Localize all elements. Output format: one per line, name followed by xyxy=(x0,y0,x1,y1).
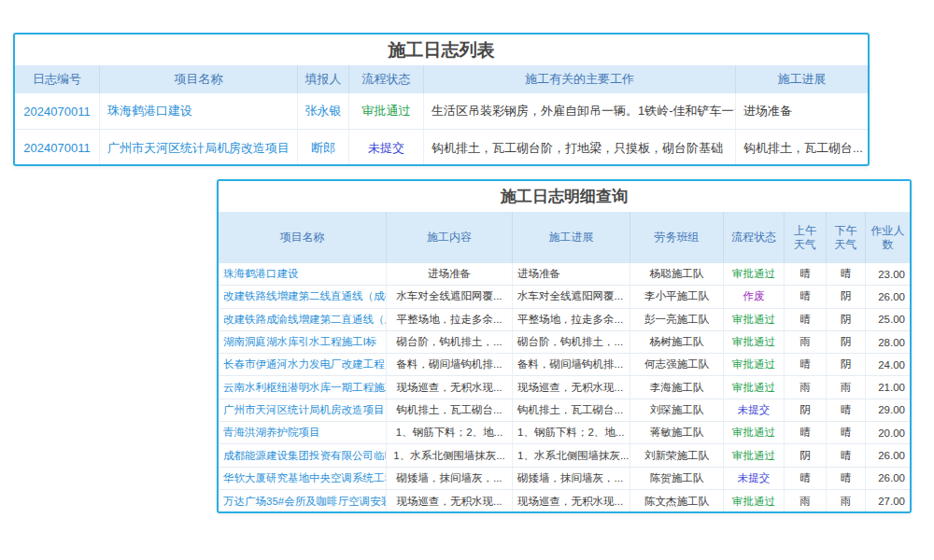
progress-text: 砌台阶，钩机排土，... xyxy=(513,331,630,354)
work-content-text: 砌矮墙，抹间墙灰，... xyxy=(387,468,513,490)
work-content-text: 现场巡查，无积水现... xyxy=(387,376,513,399)
log-detail-row: 万达广场35#会所及咖啡厅空调安装工现场巡查，无积水现...现场巡查，无积水现.… xyxy=(219,490,910,512)
progress-text: 1、水系北侧围墙抹灰... xyxy=(513,444,630,467)
labor-team-text: 何志强施工队 xyxy=(630,354,724,376)
worker-count-text: 25.00 xyxy=(866,309,910,331)
reporter-link[interactable]: 张永银 xyxy=(298,93,349,130)
project-name-link[interactable]: 珠海鹤港口建设 xyxy=(100,93,298,130)
log-detail-title: 施工日志明细查询 xyxy=(219,181,910,212)
am-weather-text: 晴 xyxy=(785,263,827,286)
column-header-worker-count: 作业人 数 xyxy=(866,212,910,263)
log-detail-row: 青海洪湖养护院项目1、钢筋下料；2、地...1、钢筋下料；2、地...蒋敏施工队… xyxy=(219,422,910,444)
am-weather-text: 雨 xyxy=(785,376,827,399)
log-list-panel: 施工日志列表 日志编号 项目名称 填报人 流程状态 施工有关的主要工作 施工进展… xyxy=(13,33,870,166)
log-list-row: 2024070011广州市天河区统计局机房改造项目断郎未提交钩机排土，瓦工砌台阶… xyxy=(15,130,868,166)
progress-text: 钩机排土，瓦工砌台... xyxy=(736,130,868,166)
column-header-flow-status: 流程状态 xyxy=(724,212,785,263)
log-detail-header-row: 项目名称 施工内容 施工进展 劳务班组 流程状态 上午 天气 下午 天气 作业人… xyxy=(219,212,910,263)
log-list-row: 2024070011珠海鹤港口建设张永银审批通过生活区吊装彩钢房，外雇自卸吊一辆… xyxy=(15,93,868,130)
work-content-text: 水车对全线遮阳网覆... xyxy=(387,286,513,308)
progress-text: 进场准备 xyxy=(513,263,630,286)
am-weather-text: 阴 xyxy=(785,399,827,422)
column-header-am-weather: 上午 天气 xyxy=(785,212,827,263)
flow-status-text: 作废 xyxy=(724,286,785,308)
pm-weather-text: 雨 xyxy=(827,376,866,399)
column-header-project-name: 项目名称 xyxy=(100,65,298,93)
progress-text: 1、钢筋下料；2、地... xyxy=(513,422,630,444)
log-list-body: 2024070011珠海鹤港口建设张永银审批通过生活区吊装彩钢房，外雇自卸吊一辆… xyxy=(15,93,868,166)
progress-text: 钩机排土，瓦工砌台... xyxy=(513,399,630,422)
labor-team-text: 李海施工队 xyxy=(630,376,724,399)
am-weather-text: 晴 xyxy=(785,309,827,331)
log-detail-row: 成都能源建设集团投资有限公司临时办1、水系北侧围墙抹灰...1、水系北侧围墙抹灰… xyxy=(219,444,910,467)
column-header-flow-status: 流程状态 xyxy=(349,65,424,93)
labor-team-text: 杨树施工队 xyxy=(630,331,724,354)
project-name-link[interactable]: 改建铁路成渝线增建第二直通线（成渝 xyxy=(219,309,387,331)
am-weather-text: 晴 xyxy=(785,354,827,376)
project-name-link[interactable]: 广州市天河区统计局机房改造项目 xyxy=(219,399,387,422)
log-detail-row: 湖南洞庭湖水库引水工程施工I标砌台阶，钩机排土，...砌台阶，钩机排土，...杨… xyxy=(219,331,910,354)
pm-weather-text: 晴 xyxy=(827,399,866,422)
worker-count-text: 21.00 xyxy=(866,376,910,399)
project-name-link[interactable]: 云南水利枢纽潜明水库一期工程施工I xyxy=(219,376,387,399)
labor-team-text: 刘新荣施工队 xyxy=(630,444,724,467)
flow-status-text: 审批通过 xyxy=(349,93,424,130)
column-header-main-work: 施工有关的主要工作 xyxy=(424,65,736,93)
worker-count-text: 26.00 xyxy=(866,444,910,467)
flow-status-text: 审批通过 xyxy=(724,376,785,399)
log-number-link[interactable]: 2024070011 xyxy=(15,93,100,130)
worker-count-text: 23.00 xyxy=(866,263,910,286)
log-detail-row: 改建铁路成渝线增建第二直通线（成渝平整场地，拉走多余...平整场地，拉走多余..… xyxy=(219,309,910,331)
pm-weather-text: 阴 xyxy=(827,309,866,331)
worker-count-text: 29.00 xyxy=(866,399,910,422)
log-detail-row: 长春市伊通河水力发电厂改建工程备料，砌间墙钩机排...备料，砌间墙钩机排...何… xyxy=(219,354,910,376)
labor-team-text: 陈贺施工队 xyxy=(630,468,724,490)
labor-team-text: 杨聪施工队 xyxy=(630,263,724,286)
progress-text: 平整场地，拉走多余... xyxy=(513,309,630,331)
progress-text: 现场巡查，无积水现... xyxy=(513,490,630,512)
am-weather-text: 雨 xyxy=(785,331,827,354)
work-content-text: 砌台阶，钩机排土，... xyxy=(387,331,513,354)
work-content-text: 进场准备 xyxy=(387,263,513,286)
main-work-text: 钩机排土，瓦工砌台阶，打地梁，只摸板，砌台阶基础 xyxy=(424,130,736,166)
am-weather-text: 雨 xyxy=(785,490,827,512)
progress-text: 备料，砌间墙钩机排... xyxy=(513,354,630,376)
reporter-link[interactable]: 断郎 xyxy=(298,130,349,166)
progress-text: 进场准备 xyxy=(736,93,868,130)
project-name-link[interactable]: 青海洪湖养护院项目 xyxy=(219,422,387,444)
project-name-link[interactable]: 广州市天河区统计局机房改造项目 xyxy=(100,130,298,166)
progress-text: 水车对全线遮阳网覆... xyxy=(513,286,630,308)
worker-count-text: 26.00 xyxy=(866,468,910,490)
worker-count-text: 24.00 xyxy=(866,354,910,376)
progress-text: 砌矮墙，抹间墙灰，... xyxy=(513,468,630,490)
column-header-pm-weather: 下午 天气 xyxy=(827,212,866,263)
project-name-link[interactable]: 成都能源建设集团投资有限公司临时办 xyxy=(219,444,387,467)
project-name-link[interactable]: 湖南洞庭湖水库引水工程施工I标 xyxy=(219,331,387,354)
project-name-link[interactable]: 长春市伊通河水力发电厂改建工程 xyxy=(219,354,387,376)
pm-weather-text: 雨 xyxy=(827,490,866,512)
work-content-text: 平整场地，拉走多余... xyxy=(387,309,513,331)
work-content-text: 备料，砌间墙钩机排... xyxy=(387,354,513,376)
pm-weather-text: 晴 xyxy=(827,468,866,490)
log-detail-panel: 施工日志明细查询 项目名称 施工内容 施工进展 劳务班组 流程状态 上午 天气 … xyxy=(217,179,912,513)
log-number-link[interactable]: 2024070011 xyxy=(15,130,100,166)
work-content-text: 现场巡查，无积水现... xyxy=(387,490,513,512)
log-detail-row: 广州市天河区统计局机房改造项目钩机排土，瓦工砌台...钩机排土，瓦工砌台...刘… xyxy=(219,399,910,422)
project-name-link[interactable]: 珠海鹤港口建设 xyxy=(219,263,387,286)
flow-status-text: 审批通过 xyxy=(724,263,785,286)
log-detail-body: 珠海鹤港口建设进场准备进场准备杨聪施工队审批通过晴晴23.00改建铁路线增建第二… xyxy=(219,263,910,512)
worker-count-text: 26.00 xyxy=(866,286,910,308)
am-weather-text: 晴 xyxy=(785,468,827,490)
flow-status-text: 未提交 xyxy=(724,468,785,490)
project-name-link[interactable]: 改建铁路线增建第二线直通线（成都- xyxy=(219,286,387,308)
pm-weather-text: 晴 xyxy=(827,422,866,444)
log-detail-row: 华软大厦研究基地中央空调系统工程砌矮墙，抹间墙灰，...砌矮墙，抹间墙灰，...… xyxy=(219,468,910,490)
project-name-link[interactable]: 华软大厦研究基地中央空调系统工程 xyxy=(219,468,387,490)
flow-status-text: 审批通过 xyxy=(724,422,785,444)
pm-weather-text: 阴 xyxy=(827,331,866,354)
work-content-text: 钩机排土，瓦工砌台... xyxy=(387,399,513,422)
project-name-link[interactable]: 万达广场35#会所及咖啡厅空调安装工 xyxy=(219,490,387,512)
progress-text: 现场巡查，无积水现... xyxy=(513,376,630,399)
pm-weather-text: 阴 xyxy=(827,354,866,376)
worker-count-text: 28.00 xyxy=(866,331,910,354)
